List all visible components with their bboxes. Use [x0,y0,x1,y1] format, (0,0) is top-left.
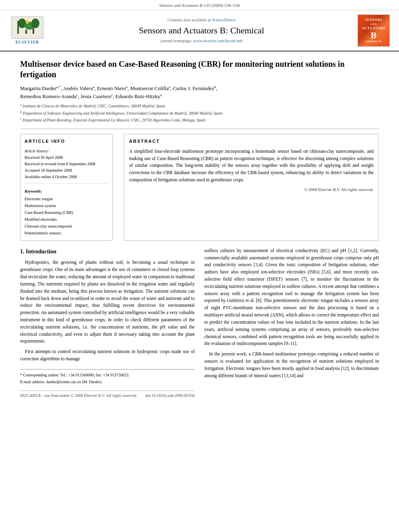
received-revised-date: Received in revised form 8 September 200… [25,161,108,167]
copyright-line: © 2008 Elsevier B.V. All rights reserved… [129,187,374,193]
doi-text: doi:10.1016/j.snb.2008.09.034 [145,392,195,399]
journal-title: Sensors and Actuators B: Chemical [51,25,352,37]
sensors-actuators-logo: SENSORS AND ACTUATORS B CHEMICAL [356,14,392,47]
keyword-6: Potentiometric sensors [25,230,108,236]
available-online-date: Available online 4 October 2008 [25,174,108,180]
science-direct-line: Contents lists available at ScienceDirec… [51,17,352,23]
article-info-heading: ARTICLE INFO [25,138,108,144]
bottom-bar: 0925-4005/$ – see front matter © 2008 El… [20,390,195,399]
keyword-2: Multisensor system [25,202,108,209]
svg-rect-6 [33,28,34,34]
body-content: 1. Introduction Hydroponics, the growing… [20,247,379,399]
body-right: soilless cultures by measurement of elec… [204,247,379,399]
footnote-section: * Corresponding author. Tel.: +34 913349… [20,369,195,385]
abstract-heading: ABSTRACT [129,138,374,144]
svg-point-4 [31,18,39,28]
elsevier-logo: ELSEVIER [7,16,47,45]
issn-text: 0925-4005/$ – see front matter © 2008 El… [20,392,137,399]
article-title: Multisensor device based on Case-Based R… [20,59,379,80]
body-left: 1. Introduction Hydroponics, the growing… [20,247,195,399]
svg-rect-5 [25,30,27,34]
intro-paragraph-2: First attempts to control recirculating … [20,348,195,363]
elsevier-logo-image [11,16,43,39]
journal-header: ELSEVIER Contents lists available at Sci… [0,10,399,51]
keyword-5: Chitosan-clay nanocomposite [25,223,108,230]
section-1-title: 1. Introduction [20,247,195,256]
right-paragraph-1: soilless cultures by measurement of elec… [204,247,379,347]
sa-sensors-text: SENSORS [365,18,382,22]
sa-b-text: B [370,31,376,40]
keyword-3: Case-Based Reasoning (CBR) [25,209,108,216]
svg-point-8 [26,19,29,21]
article-history: Article history: Received 30 April 2008 … [25,148,108,184]
journal-homepage-line: journal homepage: www.elsevier.com/locat… [51,38,352,44]
abstract-col: ABSTRACT A simplified four-electrode mul… [124,134,379,240]
sa-chemical-text: CHEMICAL [365,40,382,44]
received-date: Received 30 April 2008 [25,154,108,161]
sa-and-text: AND [370,23,377,27]
affiliations: a Instituto de Ciencia de Materiales de … [20,103,379,123]
article-info-col: ARTICLE INFO Article history: Received 3… [20,134,113,240]
divider-1 [20,129,379,129]
main-content: Multisensor device based on Case-Based R… [0,51,399,406]
keywords-section: Keywords: Electronic tongue Multisensor … [25,188,108,236]
footnote-corresponding: * Corresponding author. Tel.: +34 913349… [20,372,195,378]
right-paragraph-2: In the present work, a CBR-based multise… [204,351,379,379]
footnote-email: E-mail address: darder@icmm.csic.es (M. … [20,379,195,385]
journal-homepage-link[interactable]: www.elsevier.com/locate/snb [193,39,243,43]
journal-title-area: Contents lists available at ScienceDirec… [51,17,352,44]
science-direct-link[interactable]: ScienceDirect [212,18,236,22]
authors-line: Margarita Dardera,*, Andrés Valeraa, Ern… [20,84,379,100]
sa-logo-box: SENSORS AND ACTUATORS B CHEMICAL [358,14,390,47]
article-info-abstract-section: ARTICLE INFO Article history: Received 3… [20,134,379,240]
keywords-label: Keywords: [25,188,108,195]
elsevier-label: ELSEVIER [16,39,39,45]
abstract-text: A simplified four-electrode multisensor … [129,148,374,184]
journal-citation: Sensors and Actuators B 135 (2009) 530–5… [159,3,240,8]
keyword-1: Electronic tongue [25,195,108,202]
keyword-4: Modified electrodes [25,216,108,223]
accepted-date: Accepted 18 September 2008 [25,167,108,174]
history-label: Article history: [25,149,49,153]
page-top-bar: Sensors and Actuators B 135 (2009) 530–5… [0,0,399,10]
intro-paragraph-1: Hydroponics, the growing of plants witho… [20,259,195,345]
